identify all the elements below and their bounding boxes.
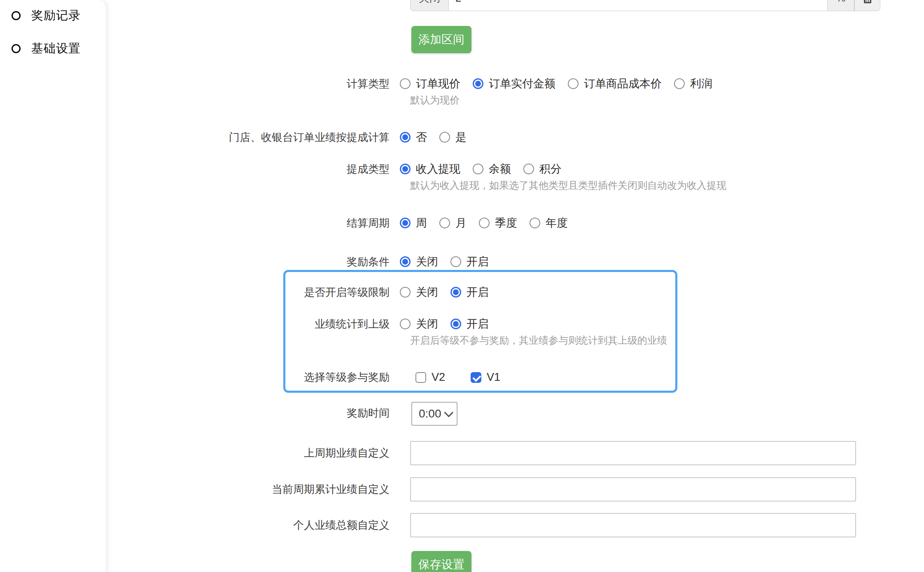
row-store-commission: 门店、收银台订单业绩按提成计算 否 是 [107,130,924,145]
radio-order-goods-cost[interactable]: 订单商品成本价 [568,76,662,91]
row-commission-type: 提成类型 收入提现 余额 积分 [107,162,924,176]
row-calc-type: 计算类型 订单现价 订单实付金额 订单商品成本价 利润 [107,76,924,91]
radio-open[interactable]: 开启 [450,254,489,269]
checkbox-v1[interactable]: V1 [471,371,500,384]
checkbox-checked-icon [471,372,481,383]
sidebar-item-reward-records[interactable]: 奖励记录 [12,7,81,24]
last-cycle-custom-label: 上周期业绩自定义 [107,446,400,460]
circle-bullet-icon [12,44,21,53]
radio-icon [568,78,579,89]
stats-to-parent-label: 业绩统计到上级 [107,317,400,331]
radio-icon [473,164,483,174]
add-interval-button[interactable]: 添加区间 [411,26,471,53]
sidebar-item-label: 基础设置 [31,40,81,57]
radio-close[interactable]: 关闭 [400,316,438,331]
radio-quarter[interactable]: 季度 [479,216,517,230]
reward-time-select[interactable]: 0:00 [411,402,457,426]
interval-value-input[interactable] [449,0,827,11]
radio-icon [674,78,685,89]
calc-type-hint: 默认为现价 [410,94,460,107]
radio-open[interactable]: 开启 [450,285,489,300]
radio-checked-icon [450,319,461,329]
radio-month[interactable]: 月 [439,216,467,230]
row-reward-condition: 奖励条件 关闭 开启 [107,254,924,269]
radio-icon [400,78,411,89]
trash-icon [862,0,873,4]
interval-row: 关闭 % [410,0,880,11]
radio-no[interactable]: 否 [400,130,427,145]
radio-close[interactable]: 关闭 [400,254,438,269]
radio-checked-icon [400,256,411,267]
row-settle-cycle: 结算周期 周 月 季度 年度 [107,216,924,230]
radio-icon [439,218,450,228]
radio-icon [479,218,490,228]
radio-yes[interactable]: 是 [439,130,467,145]
radio-close[interactable]: 关闭 [400,285,438,300]
radio-open[interactable]: 开启 [450,316,489,331]
row-level-select: 选择等级参与奖励 V2 V1 [107,370,924,384]
radio-balance[interactable]: 余额 [473,162,511,176]
level-limit-label: 是否开启等级限制 [107,285,400,300]
commission-type-label: 提成类型 [107,162,400,176]
radio-week[interactable]: 周 [400,216,427,230]
reward-time-value: 0:00 [419,407,441,420]
radio-year[interactable]: 年度 [530,216,568,230]
radio-checked-icon [450,287,461,298]
store-commission-label: 门店、收银台订单业绩按提成计算 [107,130,400,145]
radio-order-paid-amount[interactable]: 订单实付金额 [473,76,555,91]
personal-total-custom-input[interactable] [410,513,856,537]
current-cycle-custom-input[interactable] [410,477,856,502]
radio-icon [400,319,411,329]
personal-total-custom-label: 个人业绩总额自定义 [107,518,400,532]
radio-checked-icon [473,78,483,89]
current-cycle-custom-label: 当前周期累计业绩自定义 [107,482,400,497]
radio-icon [400,287,411,298]
row-reward-time: 奖励时间 [107,406,924,420]
level-select-label: 选择等级参与奖励 [107,370,400,384]
last-cycle-custom-input[interactable] [410,441,856,465]
radio-points[interactable]: 积分 [523,162,562,176]
checkbox-icon [415,372,426,383]
chevron-down-icon [444,408,454,417]
interval-prefix-addon: 关闭 [410,0,449,11]
radio-checked-icon [400,218,411,228]
radio-income-withdraw[interactable]: 收入提现 [400,162,460,176]
radio-checked-icon [400,132,411,143]
radio-icon [450,256,461,267]
settle-cycle-label: 结算周期 [107,216,400,230]
save-settings-button[interactable]: 保存设置 [411,551,471,572]
sidebar-item-basic-settings[interactable]: 基础设置 [12,40,81,57]
checkbox-v2[interactable]: V2 [415,371,445,384]
radio-order-current-price[interactable]: 订单现价 [400,76,460,91]
calc-type-label: 计算类型 [107,77,400,91]
interval-percent-addon: % [827,0,854,11]
circle-bullet-icon [12,11,21,20]
radio-checked-icon [400,164,411,174]
radio-icon [439,132,450,143]
reward-time-label: 奖励时间 [107,406,400,420]
stats-to-parent-hint: 开启后等级不参与奖励，其业绩参与则统计到其上级的业绩 [410,334,667,347]
radio-profit[interactable]: 利润 [674,76,712,91]
row-level-limit: 是否开启等级限制 关闭 开启 [107,285,924,300]
radio-icon [530,218,540,228]
delete-interval-button[interactable] [854,0,880,11]
sidebar-item-label: 奖励记录 [31,7,81,24]
commission-type-hint: 默认为收入提现，如果选了其他类型且类型插件关闭则自动改为收入提现 [410,179,726,192]
row-stats-to-parent: 业绩统计到上级 关闭 开启 [107,316,924,331]
reward-condition-label: 奖励条件 [107,255,400,269]
settings-form: 关闭 % 添加区间 计算类型 订单现价 订单实付金额 [107,0,924,572]
radio-icon [523,164,534,174]
sidebar: 奖励记录 基础设置 [0,0,106,572]
